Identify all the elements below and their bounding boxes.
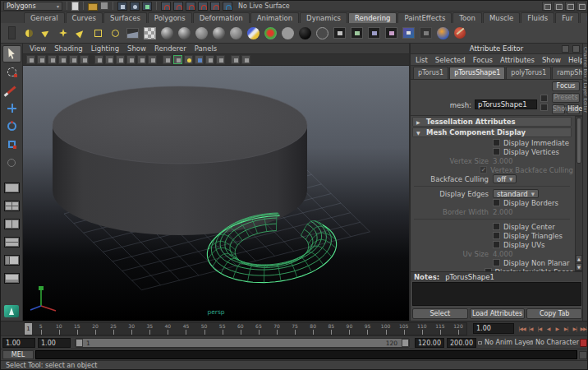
current-frame-marker[interactable]: 1	[25, 323, 32, 335]
shelf-item[interactable]	[349, 25, 364, 41]
checkbox-display-immediate[interactable]	[493, 139, 500, 146]
shelf-item[interactable]	[435, 25, 450, 41]
step-forward-one-key-button[interactable]: ▶|	[562, 323, 571, 334]
shelf-tab-general[interactable]: General	[24, 12, 65, 23]
paint-select-tool-button[interactable]	[2, 81, 21, 99]
safe-title-icon[interactable]	[148, 55, 157, 64]
checkbox-display-non-planar[interactable]	[493, 259, 500, 266]
shelf-item[interactable]	[159, 25, 174, 41]
show-button[interactable]: Show	[552, 104, 565, 114]
ae-menu-focus[interactable]: Focus	[473, 56, 493, 64]
load-attributes-button[interactable]: Load Attributes	[470, 308, 526, 319]
shadows-icon[interactable]	[205, 55, 214, 64]
attribute-editor-titlebar[interactable]: Attribute Editor	[411, 44, 582, 54]
notes-textarea[interactable]	[412, 282, 581, 306]
ae-tab-polytorus1[interactable]: polyTorus1	[506, 67, 551, 79]
field-chart-icon[interactable]	[126, 55, 136, 64]
ae-tab-ptorusshape1[interactable]: pTorusShape1	[449, 67, 505, 79]
next-node-button[interactable]	[540, 104, 548, 111]
anim-layer-menu-icon[interactable]	[478, 341, 482, 345]
viewport-menu-renderer[interactable]: Renderer	[154, 44, 186, 53]
range-end-handle[interactable]	[402, 339, 409, 347]
shelf-tab-fluids[interactable]: Fluids	[521, 12, 554, 23]
viewport-menu-panels[interactable]: Panels	[195, 44, 217, 53]
four-pane-layout-button[interactable]	[2, 197, 21, 215]
playback-start-field[interactable]: 1.00	[38, 338, 71, 348]
checkbox-display-vertices[interactable]	[493, 148, 500, 155]
make-object-live-icon[interactable]	[223, 2, 232, 11]
copy-tab-button[interactable]: Copy Tab	[526, 308, 582, 319]
viewport-menu-show[interactable]: Show	[127, 44, 146, 53]
focus-button[interactable]: Focus	[552, 81, 580, 91]
checkbox-display-triangles[interactable]	[493, 232, 500, 239]
shelf-item[interactable]	[418, 25, 433, 41]
lasso-tool-button[interactable]	[2, 63, 21, 81]
shelf-tab-dynamics[interactable]: Dynamics	[300, 12, 347, 23]
shelf-item[interactable]	[452, 25, 467, 41]
shelf-item[interactable]	[4, 25, 19, 41]
select-camera-icon[interactable]	[26, 55, 35, 64]
new-scene-icon[interactable]	[71, 2, 79, 11]
snap-to-curves-icon[interactable]	[173, 2, 183, 11]
animation-start-field[interactable]: 1.00	[2, 338, 35, 348]
no-live-surface-label[interactable]: No Live Surface	[235, 2, 293, 10]
toggle-channel-box-icon[interactable]	[577, 2, 586, 11]
scroll-down-button[interactable]: ▼	[576, 263, 582, 271]
shelf-item[interactable]	[90, 25, 105, 41]
shelf-tab-polygons[interactable]: Polygons	[148, 12, 192, 23]
smooth-shade-display-icon[interactable]	[173, 55, 182, 64]
viewport-menu-lighting[interactable]: Lighting	[91, 44, 119, 53]
shelf-item[interactable]	[246, 25, 260, 41]
attributes-scroll-area[interactable]: ▶Tessellation Attributes▼Mesh Component …	[411, 116, 584, 271]
shelf-item[interactable]	[194, 25, 209, 41]
checkbox-display-center[interactable]	[493, 223, 500, 230]
shelf-tab-muscle[interactable]: Muscle	[483, 12, 520, 23]
camera-attributes-icon[interactable]	[37, 55, 46, 64]
shelf-tab-deformation[interactable]: Deformation	[193, 12, 250, 23]
use-all-lights-icon[interactable]	[195, 55, 204, 64]
shelf-tab-fur[interactable]: Fur	[555, 12, 579, 23]
image-plane-icon[interactable]	[58, 55, 67, 64]
shelf-tab-toon[interactable]: Toon	[452, 12, 482, 23]
previous-node-button[interactable]	[540, 95, 548, 102]
snap-to-points-icon[interactable]	[186, 2, 195, 11]
safe-action-icon[interactable]	[137, 55, 146, 64]
select-tool-button[interactable]	[2, 45, 21, 62]
shelf-item[interactable]	[228, 25, 243, 41]
viewport-menu-shading[interactable]: Shading	[54, 44, 83, 53]
ae-menu-selected[interactable]: Selected	[435, 56, 466, 64]
shelf-tab-curves[interactable]: Curves	[66, 12, 103, 23]
ae-menu-attributes[interactable]: Attributes	[500, 56, 535, 64]
bookmarks-icon[interactable]	[48, 55, 57, 64]
anim-layer-selector[interactable]: No Anim Layer	[485, 339, 533, 346]
section-mesh-component-display[interactable]: ▼Mesh Component Display	[412, 127, 572, 137]
two-pane-side-layout-button[interactable]	[2, 215, 21, 233]
shelf-item[interactable]	[384, 25, 398, 41]
toggle-modeling-toolkit-icon[interactable]	[554, 2, 563, 11]
shelf-item[interactable]	[125, 25, 140, 41]
isolate-select-icon[interactable]	[231, 55, 240, 64]
scroll-up-button[interactable]: ▲	[576, 255, 582, 262]
toggle-tool-settings-icon[interactable]	[565, 2, 575, 11]
play-forwards-button[interactable]: ▶	[553, 323, 562, 334]
viewport-canvas[interactable]: persp	[23, 66, 409, 321]
grease-pencil-icon[interactable]	[80, 55, 89, 64]
playback-end-field[interactable]: 120.00	[415, 338, 444, 348]
maya-outliner-icon[interactable]	[4, 305, 19, 317]
sidebar-tab-strip[interactable]: Channel Box / Layer Editor	[582, 44, 588, 321]
checkbox-vertex-backface-culling[interactable]: ✓	[480, 166, 487, 173]
snap-to-projected-center-icon[interactable]	[198, 2, 208, 11]
play-backwards-button[interactable]: ◀	[544, 323, 553, 334]
shelf-tab-nhair[interactable]: nHair	[580, 12, 588, 23]
go-to-end-button[interactable]: ▶▶|	[579, 323, 588, 334]
character-set-menu-icon[interactable]	[529, 341, 533, 345]
script-editor-icon[interactable]	[579, 351, 587, 359]
last-tool-button[interactable]	[2, 154, 21, 171]
shelf-tab-rendering[interactable]: Rendering	[348, 12, 397, 23]
step-forward-one-frame-button[interactable]: ▶|	[571, 323, 580, 334]
hypergraph-persp-layout-button[interactable]	[2, 270, 21, 287]
single-pane-layout-button[interactable]	[2, 179, 21, 197]
xray-icon[interactable]	[241, 55, 250, 64]
step-back-one-frame-button[interactable]: |◀	[526, 323, 535, 334]
checkbox-display-borders[interactable]	[493, 199, 500, 206]
